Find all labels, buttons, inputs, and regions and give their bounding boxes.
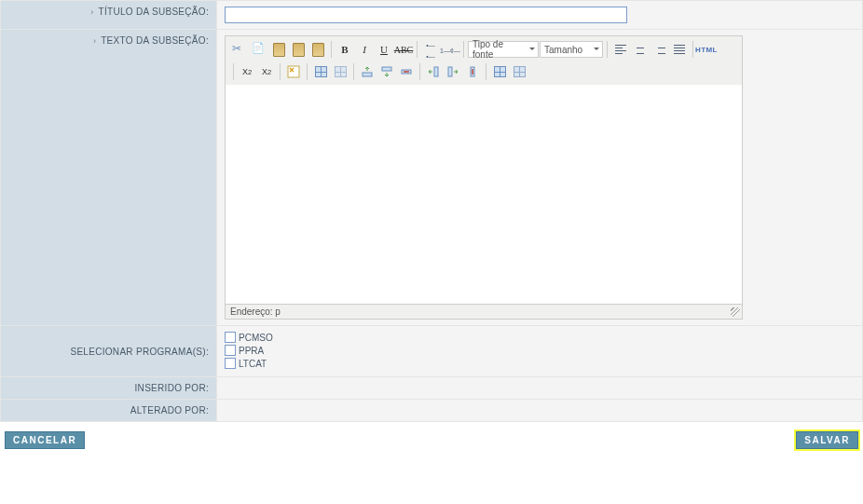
row-after-icon[interactable] <box>377 62 396 81</box>
save-button[interactable]: SALVAR <box>796 431 858 449</box>
label-titulo: › TÍTULO DA SUBSEÇÃO: <box>1 1 217 30</box>
label-programas: SELECIONAR PROGRAMA(S): <box>1 326 217 377</box>
italic-icon[interactable]: I <box>355 40 374 59</box>
table-insert-icon[interactable] <box>311 62 330 81</box>
table-delete-icon[interactable] <box>331 62 349 81</box>
bold-icon[interactable]: B <box>336 40 354 59</box>
resize-grip-icon[interactable] <box>731 307 740 317</box>
col-before-icon[interactable] <box>424 62 443 81</box>
label-texto: › TEXTO DA SUBSEÇÃO: <box>1 30 217 326</box>
row-before-icon[interactable] <box>358 62 377 81</box>
editor-toolbar: B I U ABC Tipo de fonte Tamanho <box>225 35 743 85</box>
paste-word-icon[interactable] <box>308 40 327 59</box>
split-cells-icon[interactable] <box>510 62 528 81</box>
font-size-select[interactable]: Tamanho <box>540 41 603 58</box>
checkbox-ppra[interactable] <box>225 345 236 356</box>
titulo-input[interactable] <box>225 7 627 23</box>
svg-rect-4 <box>434 67 438 76</box>
checkbox-ltcat-label: LTCAT <box>239 359 267 369</box>
cell-alterado <box>217 400 863 422</box>
merge-cells-icon[interactable] <box>490 62 509 81</box>
ordered-list-icon[interactable] <box>441 40 459 59</box>
unordered-list-icon[interactable] <box>421 40 440 59</box>
svg-rect-1 <box>363 73 372 76</box>
align-justify-icon[interactable] <box>670 40 689 59</box>
checkbox-pcmso[interactable] <box>225 332 236 343</box>
checkbox-pcmso-label: PCMSO <box>239 333 273 343</box>
col-after-icon[interactable] <box>444 62 462 81</box>
col-delete-icon[interactable] <box>463 62 482 81</box>
editor-path-bar: Endereço: p <box>225 305 743 320</box>
paste-text-icon[interactable] <box>289 40 308 59</box>
superscript-icon[interactable]: X2 <box>257 62 276 81</box>
underline-icon[interactable]: U <box>375 40 393 59</box>
copy-icon[interactable] <box>250 40 268 59</box>
label-alterado: ALTERADO POR: <box>1 400 217 422</box>
svg-rect-2 <box>382 67 391 71</box>
align-left-icon[interactable] <box>611 40 630 59</box>
subscript-icon[interactable]: X2 <box>238 62 256 81</box>
checkbox-ppra-label: PPRA <box>239 346 264 356</box>
editor-textarea[interactable] <box>225 85 743 305</box>
insert-layer-icon[interactable] <box>284 62 303 81</box>
checkbox-ltcat[interactable] <box>225 358 236 369</box>
font-family-select[interactable]: Tipo de fonte <box>468 41 539 58</box>
row-delete-icon[interactable] <box>397 62 416 81</box>
cell-programas: PCMSO PPRA LTCAT <box>217 326 863 377</box>
strike-icon[interactable]: ABC <box>394 40 413 59</box>
align-right-icon[interactable] <box>651 40 669 59</box>
cell-inserido <box>217 377 863 400</box>
cell-titulo <box>217 1 863 30</box>
cancel-button[interactable]: CANCELAR <box>5 431 85 449</box>
align-center-icon[interactable] <box>631 40 650 59</box>
cell-texto: B I U ABC Tipo de fonte Tamanho <box>217 30 863 326</box>
label-inserido: INSERIDO POR: <box>1 377 217 400</box>
html-source-button[interactable]: HTML <box>697 40 716 59</box>
paste-icon[interactable] <box>269 40 288 59</box>
cut-icon[interactable] <box>230 40 249 59</box>
svg-rect-5 <box>448 67 452 76</box>
